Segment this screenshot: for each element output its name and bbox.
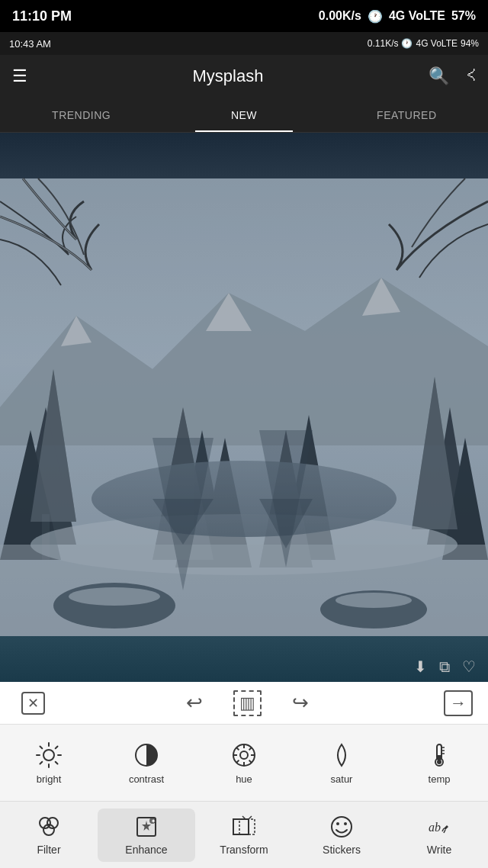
header-icons: 🔍 ⧼ <box>429 66 476 86</box>
photo-download-icon[interactable]: ⬇ <box>414 657 427 676</box>
outer-status-right: 0.00K/s 🕐 4G VoLTE 57% <box>319 9 476 24</box>
compare-button[interactable]: ▥ <box>233 690 262 716</box>
tab-trending[interactable]: TRENDING <box>0 98 162 132</box>
outer-time: 11:10 PM <box>12 8 72 24</box>
adjust-tools-row: bright contrast hue <box>0 725 488 801</box>
inner-time: 10:43 AM <box>9 38 51 50</box>
svg-point-73 <box>336 822 339 825</box>
svg-point-72 <box>332 817 352 837</box>
svg-line-76 <box>442 828 444 831</box>
svg-line-52 <box>249 747 252 750</box>
hue-icon <box>230 741 258 769</box>
nav-transform[interactable]: Transform <box>195 809 293 862</box>
svg-line-77 <box>444 830 445 833</box>
photo-area: ⬇ ⧉ ♡ <box>0 133 488 682</box>
winter-scene-svg <box>0 133 488 682</box>
satur-icon <box>328 741 355 769</box>
photo-compare-icon[interactable]: ⧉ <box>439 658 450 676</box>
bright-icon <box>35 741 63 769</box>
transform-nav-icon <box>232 815 256 839</box>
outer-signal: 4G VoLTE <box>389 9 445 23</box>
adjust-contrast[interactable]: contrast <box>98 741 195 785</box>
edit-toolbar: ✕ ↩ ▥ ↪ → <box>0 682 488 725</box>
redo-button[interactable]: ↪ <box>286 688 315 718</box>
nav-write[interactable]: ab Write <box>390 809 488 862</box>
svg-line-40 <box>56 761 58 764</box>
svg-point-45 <box>240 751 248 759</box>
tab-featured[interactable]: FEATURED <box>326 98 488 132</box>
svg-rect-67 <box>233 819 249 834</box>
inner-clock-icon: 🕐 <box>401 38 413 49</box>
outer-status-bar: 11:10 PM 0.00K/s 🕐 4G VoLTE 57% <box>0 0 488 32</box>
bright-label: bright <box>37 773 62 785</box>
filter-icon[interactable]: ⧼ <box>467 66 476 86</box>
temp-label: temp <box>429 773 451 785</box>
write-nav-label: Write <box>427 844 451 856</box>
contrast-label: contrast <box>129 773 164 785</box>
adjust-temp[interactable]: temp <box>390 741 488 785</box>
adjust-hue[interactable]: hue <box>195 741 293 785</box>
inner-status-right: 0.11K/s 🕐 4G VoLTE 94% <box>368 38 479 49</box>
nav-stickers[interactable]: Stickers <box>293 809 390 862</box>
hue-label: hue <box>236 773 252 785</box>
svg-text:✦: ✦ <box>151 818 156 824</box>
photo-background <box>0 133 488 682</box>
enhance-nav-icon: ✦ <box>134 815 159 839</box>
inner-phone: 10:43 AM 0.11K/s 🕐 4G VoLTE 94% ☰ Myspla… <box>0 32 488 868</box>
svg-rect-68 <box>239 819 255 834</box>
adjust-satur[interactable]: satur <box>293 741 390 785</box>
delete-button[interactable]: ✕ <box>15 689 51 718</box>
contrast-icon <box>133 741 160 769</box>
inner-network-speed: 0.11K/s <box>368 38 399 49</box>
inner-status-bar: 10:43 AM 0.11K/s 🕐 4G VoLTE 94% <box>0 32 488 55</box>
temp-icon <box>425 741 453 769</box>
filter-nav-label: Filter <box>37 844 60 856</box>
stickers-nav-icon <box>329 815 354 839</box>
nav-enhance[interactable]: ✦ Enhance <box>98 809 195 862</box>
inner-signal: 4G VoLTE <box>416 38 457 49</box>
photo-favorite-icon[interactable]: ♡ <box>462 657 476 676</box>
app-header: ☰ Mysplash 🔍 ⧼ <box>0 55 488 98</box>
svg-point-74 <box>344 822 347 825</box>
svg-line-41 <box>56 746 58 748</box>
svg-line-50 <box>236 747 239 750</box>
write-nav-icon: ab <box>427 815 451 839</box>
search-icon[interactable]: 🔍 <box>429 66 449 86</box>
satur-label: satur <box>331 773 353 785</box>
tab-new[interactable]: NEW <box>162 98 325 132</box>
photo-action-icons: ⬇ ⧉ ♡ <box>0 651 488 682</box>
enhance-nav-label: Enhance <box>125 844 167 856</box>
filter-nav-icon <box>37 815 61 839</box>
svg-point-34 <box>43 750 54 760</box>
svg-point-57 <box>437 760 441 764</box>
svg-line-39 <box>40 746 43 748</box>
stickers-nav-label: Stickers <box>323 844 361 856</box>
svg-line-42 <box>40 761 43 764</box>
outer-clock-icon: 🕐 <box>368 9 383 24</box>
svg-text:ab: ab <box>429 821 441 834</box>
svg-line-51 <box>249 760 252 763</box>
undo-button[interactable]: ↩ <box>180 688 209 718</box>
svg-rect-33 <box>0 178 488 636</box>
svg-line-53 <box>236 760 239 763</box>
adjust-bright[interactable]: bright <box>0 741 98 785</box>
tabs-bar: TRENDING NEW FEATURED <box>0 98 488 133</box>
export-button[interactable]: → <box>444 690 473 716</box>
app-title: Mysplash <box>193 66 264 86</box>
nav-filter[interactable]: Filter <box>0 809 98 862</box>
transform-nav-label: Transform <box>220 844 268 856</box>
hamburger-menu-icon[interactable]: ☰ <box>12 66 27 86</box>
outer-battery: 57% <box>451 9 476 23</box>
outer-network-speed: 0.00K/s <box>319 9 361 23</box>
bottom-nav-row: Filter ✦ Enhance Transform <box>0 801 488 868</box>
inner-battery: 94% <box>461 38 479 49</box>
